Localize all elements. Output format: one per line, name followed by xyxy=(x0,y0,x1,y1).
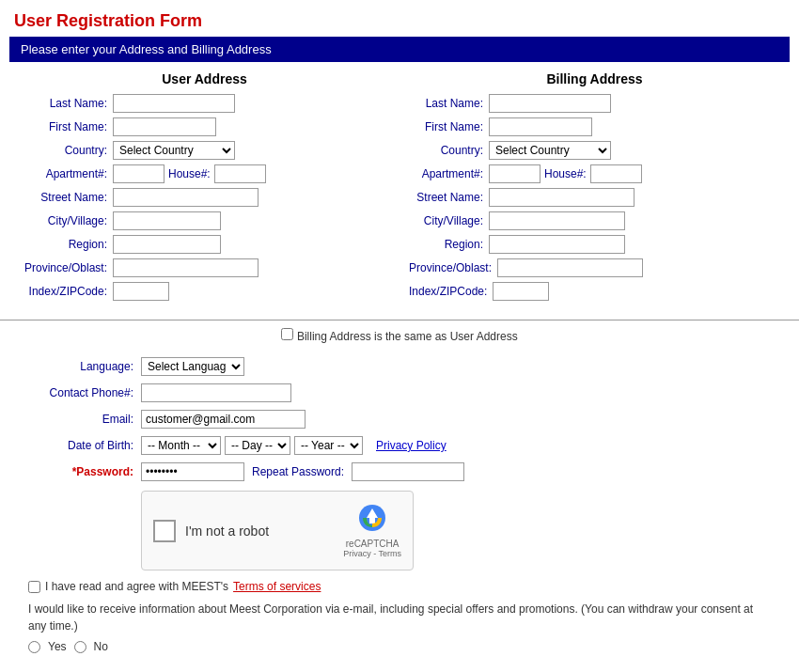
section-header: Please enter your Address and Billing Ad… xyxy=(9,37,790,62)
user-address-heading: User Address xyxy=(19,71,390,86)
password-input[interactable] xyxy=(141,462,244,481)
captcha-right: reCAPTCHA Privacy - Terms xyxy=(343,503,401,558)
user-address-column: User Address Last Name: First Name: Coun… xyxy=(9,71,400,305)
language-label: Language: xyxy=(28,360,141,373)
user-first-name-label: First Name: xyxy=(19,120,113,133)
password-label: *Password: xyxy=(28,465,141,478)
billing-region-label: Region: xyxy=(409,238,489,251)
privacy-policy-link[interactable]: Privacy Policy xyxy=(376,439,446,452)
user-zipcode-input[interactable] xyxy=(113,282,169,301)
btn-arrow-row: Create Your Account ← xyxy=(28,663,771,672)
phone-input[interactable] xyxy=(141,383,291,402)
user-country-label: Country: xyxy=(19,144,113,157)
yes-radio[interactable] xyxy=(28,641,40,653)
user-region-label: Region: xyxy=(19,238,113,251)
user-apartment-label: Apartment#: xyxy=(19,167,113,180)
terms-row: I have read and agree with MEEST's Terms… xyxy=(28,580,771,593)
user-city-label: City/Village: xyxy=(19,214,113,227)
billing-city-label: City/Village: xyxy=(409,214,489,227)
billing-last-name-input[interactable] xyxy=(489,94,611,113)
email-label: Email: xyxy=(28,413,141,426)
arrow-icon: ← xyxy=(200,664,238,673)
user-city-input[interactable] xyxy=(113,211,221,230)
user-last-name-label: Last Name: xyxy=(19,97,113,110)
bottom-section: Language: Select Language English Ukrain… xyxy=(0,348,799,672)
no-radio[interactable] xyxy=(74,641,86,653)
user-country-select[interactable]: Select Country USA Canada Ukraine xyxy=(113,141,235,160)
billing-country-select[interactable]: Select Country USA Canada Ukraine xyxy=(489,141,611,160)
captcha-left: I'm not a robot xyxy=(153,520,269,542)
billing-address-column: Billing Address Last Name: First Name: C… xyxy=(400,71,790,305)
billing-address-heading: Billing Address xyxy=(409,71,780,86)
user-province-input[interactable] xyxy=(113,258,258,277)
billing-zipcode-label: Index/ZIPCode: xyxy=(409,285,493,298)
dob-label: Date of Birth: xyxy=(28,439,141,452)
dob-row: -- Month -- JanuaryFebruaryMarch AprilMa… xyxy=(141,436,446,455)
user-last-name-input[interactable] xyxy=(113,94,235,113)
billing-house-input[interactable] xyxy=(590,164,642,183)
month-select[interactable]: -- Month -- JanuaryFebruaryMarch AprilMa… xyxy=(141,436,221,455)
user-apartment-input[interactable] xyxy=(113,164,164,183)
billing-last-name-label: Last Name: xyxy=(409,97,489,110)
billing-city-input[interactable] xyxy=(489,211,625,230)
yes-label[interactable]: Yes xyxy=(48,640,67,653)
captcha-brand: reCAPTCHA xyxy=(343,539,401,549)
page-title: User Registration Form xyxy=(0,0,799,37)
billing-street-input[interactable] xyxy=(489,188,634,207)
billing-region-input[interactable] xyxy=(489,235,625,254)
billing-apartment-label: Apartment#: xyxy=(409,167,489,180)
user-region-input[interactable] xyxy=(113,235,221,254)
billing-apartment-input[interactable] xyxy=(489,164,540,183)
terms-link[interactable]: Terms of services xyxy=(233,580,321,593)
language-select[interactable]: Select Language English Ukrainian French xyxy=(141,357,244,376)
billing-same-label[interactable]: Billing Address is the same as User Addr… xyxy=(297,330,518,343)
email-input[interactable] xyxy=(141,410,306,429)
billing-province-label: Province/Oblast: xyxy=(409,261,497,274)
captcha-box[interactable]: I'm not a robot reCAPTCHA Privacy - Term… xyxy=(141,491,414,570)
user-first-name-input[interactable] xyxy=(113,117,216,136)
password-row: Repeat Password: xyxy=(141,462,464,481)
terms-text[interactable]: I have read and agree with MEEST's xyxy=(45,580,228,593)
billing-country-label: Country: xyxy=(409,144,489,157)
repeat-password-input[interactable] xyxy=(352,462,464,481)
captcha-checkbox[interactable] xyxy=(153,520,176,542)
user-street-label: Street Name: xyxy=(19,191,113,204)
phone-label: Contact Phone#: xyxy=(28,386,141,399)
terms-checkbox[interactable] xyxy=(28,581,40,593)
billing-same-checkbox[interactable] xyxy=(281,328,293,340)
day-select[interactable]: -- Day -- xyxy=(225,436,290,455)
captcha-links: Privacy - Terms xyxy=(343,549,401,558)
billing-zipcode-input[interactable] xyxy=(493,282,549,301)
no-label[interactable]: No xyxy=(94,640,108,653)
captcha-text: I'm not a robot xyxy=(185,524,269,539)
billing-province-input[interactable] xyxy=(497,258,643,277)
billing-same-row: Billing Address is the same as User Addr… xyxy=(0,320,799,348)
billing-first-name-label: First Name: xyxy=(409,120,489,133)
recaptcha-logo xyxy=(343,503,401,539)
user-house-input[interactable] xyxy=(214,164,266,183)
billing-house-label: House#: xyxy=(544,167,587,180)
promo-text: I would like to receive information abou… xyxy=(28,601,771,634)
billing-street-label: Street Name: xyxy=(409,191,489,204)
billing-first-name-input[interactable] xyxy=(489,117,592,136)
user-zipcode-label: Index/ZIPCode: xyxy=(19,285,113,298)
user-house-label: House#: xyxy=(168,167,211,180)
user-street-input[interactable] xyxy=(113,188,258,207)
user-province-label: Province/Oblast: xyxy=(19,261,113,274)
radio-row: Yes No xyxy=(28,640,771,653)
year-select[interactable]: -- Year -- xyxy=(294,436,363,455)
repeat-password-label: Repeat Password: xyxy=(252,465,344,478)
